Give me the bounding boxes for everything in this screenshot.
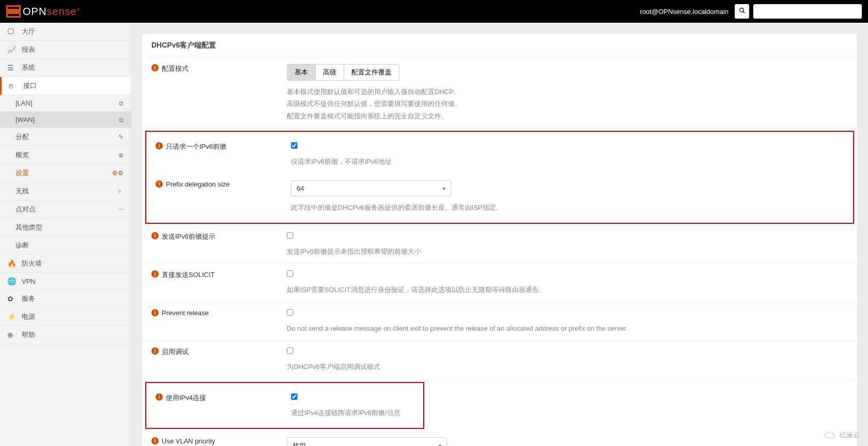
sidebar-item-system[interactable]: ☰系统 bbox=[0, 59, 131, 77]
highlight-box-2: i使用IPv4连接 通过IPv4连接链路请求IPv6前缀/信息 bbox=[145, 382, 424, 429]
sidebar-item-firewall[interactable]: 🔥防火墙 bbox=[0, 255, 131, 273]
plug-icon: ⚡ bbox=[7, 313, 17, 321]
select-vlan-priority-value: 禁用 bbox=[292, 441, 306, 446]
sidebar-item-other-types[interactable]: 其他类型 bbox=[0, 219, 131, 237]
sidebar-item-diagnostics[interactable]: 诊断 bbox=[0, 237, 131, 255]
search-icon bbox=[739, 7, 746, 14]
globe-icon: 🌐 bbox=[7, 277, 17, 285]
tab-basic[interactable]: 基本 bbox=[287, 65, 316, 80]
info-icon[interactable]: i bbox=[151, 232, 159, 239]
sitemap-icon: ⎋ bbox=[9, 82, 18, 90]
wifi-icon: ᯤ bbox=[117, 188, 123, 195]
label-send-hint: 发送IPv6前缀提示 bbox=[162, 232, 215, 241]
sidebar-item-assign[interactable]: 分配✎ bbox=[0, 128, 131, 146]
main-content: DHCPv6客户端配置 i配置模式 基本 高级 配置文件覆盖 基本模式使用默认值… bbox=[131, 23, 868, 446]
label-prevent-release: Prevent release bbox=[162, 309, 209, 317]
sidebar-item-interfaces[interactable]: ⎋接口 bbox=[0, 77, 131, 95]
search-input[interactable] bbox=[753, 4, 862, 19]
svg-line-1 bbox=[743, 11, 745, 13]
info-icon[interactable]: i bbox=[156, 180, 163, 188]
sidebar-item-lobby[interactable]: 🖵大厅 bbox=[0, 23, 131, 41]
help-prevent-release: Do not send a release message on client … bbox=[287, 322, 848, 334]
checkbox-enable-debug[interactable] bbox=[287, 347, 293, 353]
info-icon[interactable]: i bbox=[151, 437, 159, 444]
checkbox-prevent-release[interactable] bbox=[287, 309, 293, 315]
gear-icon: ✿ bbox=[7, 295, 17, 303]
chevron-down-icon: ▾ bbox=[439, 443, 441, 446]
select-pd-size[interactable]: 64 ▾ bbox=[291, 180, 451, 196]
sitemap-icon: ⧉ bbox=[119, 100, 123, 107]
list-icon: ☰ bbox=[7, 64, 17, 72]
info-icon[interactable]: i bbox=[156, 393, 163, 401]
row-config-mode: i配置模式 基本 高级 配置文件覆盖 基本模式使用默认值和可选的用户输入值自动配… bbox=[142, 58, 857, 129]
help-only-prefix: 仅请求IPv6前缀，不请求IPv6地址 bbox=[291, 156, 838, 167]
sidebar-item-services[interactable]: ✿服务 bbox=[0, 290, 131, 308]
sidebar-item-overview[interactable]: 概览≣ bbox=[0, 146, 131, 164]
label-vlan-priority: Use VLAN priority bbox=[162, 437, 215, 445]
highlight-box-1: i只请求一个IPv6前缀 仅请求IPv6前缀，不请求IPv6地址 iPrefix… bbox=[145, 131, 854, 224]
help-config-mode: 基本模式使用默认值和可选的用户输入值自动配置DHCP。 高级模式不提供任何默认值… bbox=[287, 86, 848, 122]
checkbox-send-solicit[interactable] bbox=[287, 271, 293, 277]
sidebar-item-ptp[interactable]: 点对点⋯ bbox=[0, 201, 131, 219]
display-icon: 🖵 bbox=[7, 27, 17, 36]
user-host-label: root@OPNsense.localdomain bbox=[640, 8, 729, 16]
list-icon: ≣ bbox=[118, 151, 123, 159]
info-icon[interactable]: i bbox=[151, 270, 159, 278]
help-send-hint: 发送IPv6前缀提示来指出授权希望的前缀大小 bbox=[287, 245, 848, 257]
sidebar-item-wireless[interactable]: 无线ᯤ bbox=[0, 182, 131, 201]
logo-text: OPNsense® bbox=[23, 6, 81, 18]
cloud-icon bbox=[824, 431, 836, 439]
sidebar-item-help[interactable]: ⊕帮助 bbox=[0, 326, 131, 344]
help-pd-size: 此字段中的值是DHCPv6服务器提供的委派前缀长度。通常由ISP指定。 bbox=[291, 202, 838, 213]
label-enable-debug: 启用调试 bbox=[162, 347, 189, 357]
svg-point-0 bbox=[739, 8, 743, 12]
sidebar-item-power[interactable]: ⚡电源 bbox=[0, 308, 131, 326]
fire-icon: 🔥 bbox=[7, 259, 17, 268]
pencil-icon: ✎ bbox=[118, 133, 123, 141]
watermark: 亿速云 bbox=[824, 430, 860, 440]
info-icon[interactable]: i bbox=[151, 309, 159, 316]
help-enable-debug: 为DHCPv6客户端启用调试模式 bbox=[287, 361, 848, 373]
logo-icon bbox=[6, 5, 21, 18]
label-use-ipv4: 使用IPv4连接 bbox=[166, 393, 206, 403]
chevron-down-icon: ▾ bbox=[443, 186, 445, 191]
label-config-mode: 配置模式 bbox=[162, 64, 189, 73]
info-icon[interactable]: i bbox=[151, 64, 159, 71]
gears-icon: ⚙⚙ bbox=[112, 170, 123, 177]
sidebar-item-wan[interactable]: [WAN]⧉ bbox=[0, 112, 131, 128]
select-pd-size-value: 64 bbox=[297, 184, 304, 192]
tab-file-overwrite[interactable]: 配置文件覆盖 bbox=[344, 65, 399, 80]
dhcpv6-card: DHCPv6客户端配置 i配置模式 基本 高级 配置文件覆盖 基本模式使用默认值… bbox=[142, 33, 858, 446]
label-only-prefix: 只请求一个IPv6前缀 bbox=[166, 142, 226, 151]
select-vlan-priority[interactable]: 禁用 ▾ bbox=[287, 437, 447, 446]
lifebuoy-icon: ⊕ bbox=[7, 331, 17, 339]
tab-advanced[interactable]: 高级 bbox=[316, 65, 344, 80]
sitemap-icon: ⧉ bbox=[119, 116, 123, 124]
chart-icon: 📈 bbox=[7, 45, 17, 54]
info-icon[interactable]: i bbox=[151, 347, 159, 355]
sidebar-item-settings[interactable]: 设置⚙⚙ bbox=[0, 164, 131, 182]
label-send-solicit: 直接发送SOLICIT bbox=[162, 270, 215, 280]
help-use-ipv4: 通过IPv4连接链路请求IPv6前缀/信息 bbox=[291, 407, 408, 419]
help-send-solicit: 如果ISP需要SOLICIT消息进行身份验证，请选择此选项以防止无限期等待路由器… bbox=[287, 284, 848, 296]
checkbox-send-hint[interactable] bbox=[287, 232, 293, 238]
sidebar-item-reports[interactable]: 📈报表 bbox=[0, 41, 131, 59]
sidebar-item-lan[interactable]: [LAN]⧉ bbox=[0, 95, 131, 112]
sidebar: 🖵大厅 📈报表 ☰系统 ⎋接口 [LAN]⧉ [WAN]⧉ 分配✎ 概览≣ 设置… bbox=[0, 23, 131, 446]
checkbox-only-prefix[interactable] bbox=[291, 142, 297, 148]
search-button[interactable] bbox=[735, 4, 749, 19]
config-mode-tabs: 基本 高级 配置文件覆盖 bbox=[287, 64, 399, 81]
info-icon[interactable]: i bbox=[156, 142, 163, 149]
label-pd-size: Prefix delegation size bbox=[166, 180, 230, 188]
link-icon: ⋯ bbox=[117, 206, 123, 213]
card-title: DHCPv6客户端配置 bbox=[142, 34, 857, 58]
checkbox-use-ipv4[interactable] bbox=[291, 393, 297, 399]
sidebar-item-vpn[interactable]: 🌐VPN bbox=[0, 273, 131, 290]
top-bar: OPNsense® root@OPNsense.localdomain bbox=[0, 0, 868, 23]
logo[interactable]: OPNsense® bbox=[6, 5, 640, 18]
